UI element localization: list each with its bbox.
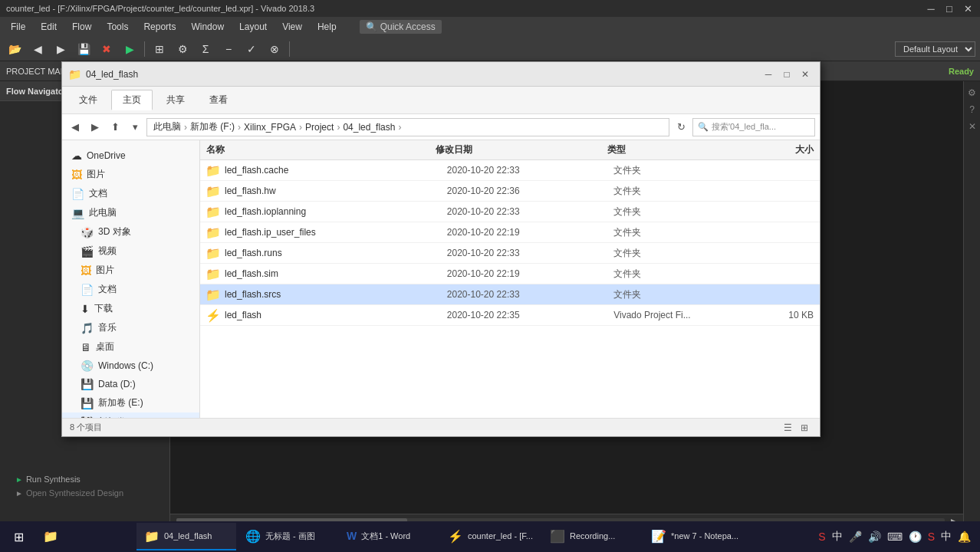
fe-up-btn[interactable]: ⬆ [107, 119, 123, 136]
check-button[interactable]: ✓ [242, 40, 261, 58]
menu-file[interactable]: File [3, 17, 33, 37]
minimize-button[interactable]: ─ [925, 2, 937, 15]
path-computer[interactable]: 此电脑 [152, 120, 183, 133]
right-panel-settings-icon[interactable]: ⚙ [965, 84, 979, 101]
fe-sidebar-onedrive[interactable]: ☁ OneDrive [62, 146, 199, 165]
fe-sidebar-f[interactable]: 💾 新加卷 (F:) [62, 412, 199, 418]
systray-s2-icon[interactable]: S [928, 531, 935, 543]
taskbar-item-word[interactable]: W 文档1 - Word [339, 523, 439, 550]
fe-ribbon-view[interactable]: 查看 [199, 90, 238, 110]
systray-keyboard-icon[interactable]: ⌨ [887, 531, 903, 543]
menu-layout[interactable]: Layout [232, 17, 275, 37]
file-row[interactable]: 📁led_flash.sim2020-10-20 22:19文件夹 [200, 264, 820, 284]
path-drive[interactable]: 新加卷 (F:) [189, 120, 236, 133]
taskbar-item-recording[interactable]: ⬛ Recording... [542, 523, 642, 550]
systray-mic-icon[interactable]: 🎤 [849, 531, 862, 543]
fe-dropdown-btn[interactable]: ▾ [127, 119, 143, 136]
fe-forward-btn[interactable]: ▶ [87, 119, 104, 136]
fe-minimize-btn[interactable]: ─ [760, 66, 777, 83]
path-xilinx[interactable]: Xilinx_FPGA [242, 122, 298, 133]
save-button[interactable]: 💾 [74, 40, 94, 58]
menu-window[interactable]: Window [183, 17, 232, 37]
open-button[interactable]: 📂 [5, 40, 25, 58]
file-row[interactable]: 📁led_flash.runs2020-10-20 22:33文件夹 [200, 243, 820, 264]
right-panel-close-icon[interactable]: ✕ [965, 118, 979, 135]
fe-sidebar-pictures2[interactable]: 🖼 图片 [62, 261, 199, 280]
fe-sidebar-pictures[interactable]: 🖼 图片 [62, 165, 199, 184]
taskbar-item-vivado[interactable]: ⚡ counter_led - [F... [440, 523, 541, 550]
systray-cn-icon[interactable]: 中 [832, 530, 843, 544]
fe-sidebar-music[interactable]: 🎵 音乐 [62, 318, 199, 337]
file-row[interactable]: 📁led_flash.ip_user_files2020-10-20 22:19… [200, 222, 820, 243]
menu-help[interactable]: Help [310, 17, 344, 37]
file-row[interactable]: ⚡led_flash2020-10-20 22:35Vivado Project… [200, 305, 820, 326]
forward-button[interactable]: ▶ [51, 40, 71, 58]
fe-sidebar-documents[interactable]: 📄 文档 [62, 184, 199, 203]
path-project[interactable]: Project [304, 122, 335, 133]
route-button[interactable]: ⊗ [265, 40, 284, 58]
fe-item-count: 8 个项目 [70, 422, 102, 433]
flow-run-synthesis[interactable]: ► Run Synthesis [0, 472, 169, 486]
taskbar-item-explorer[interactable]: 📁 [35, 523, 135, 550]
fe-refresh-btn[interactable]: ↻ [673, 119, 689, 136]
synth-button[interactable]: ⊞ [150, 40, 169, 58]
notification-icon[interactable]: 🔔 [958, 531, 971, 543]
fe-search-box[interactable]: 🔍 搜索'04_led_fla... [692, 118, 815, 136]
taskbar-item-notepad[interactable]: 📝 *new 7 - Notepa... [643, 523, 746, 550]
fe-sidebar-documents2[interactable]: 📄 文档 [62, 280, 199, 299]
col-type[interactable]: 类型 [607, 143, 722, 156]
fe-sidebar-desktop[interactable]: 🖥 桌面 [62, 337, 199, 356]
fe-sidebar-computer[interactable]: 💻 此电脑 [62, 203, 199, 222]
fe-list-view-btn[interactable]: ☰ [780, 421, 795, 435]
fe-sidebar-video[interactable]: 🎬 视频 [62, 242, 199, 261]
fe-back-btn[interactable]: ◀ [67, 119, 84, 136]
col-size[interactable]: 大小 [722, 143, 814, 156]
quick-access[interactable]: 🔍 Quick Access [360, 20, 442, 34]
menu-view[interactable]: View [275, 17, 310, 37]
path-folder[interactable]: 04_led_flash [341, 122, 396, 133]
systray-lang-icon[interactable]: 中 [941, 530, 952, 544]
fe-content: ☁ OneDrive 🖼 图片 📄 文档 💻 此电脑 🎲 3D 对象 🎬 [62, 140, 820, 418]
fe-sidebar-3d[interactable]: 🎲 3D 对象 [62, 222, 199, 242]
minus-button[interactable]: − [219, 40, 238, 58]
fe-sidebar-d[interactable]: 💾 Data (D:) [62, 375, 199, 393]
fe-close-btn[interactable]: ✕ [797, 66, 814, 83]
fe-ribbon-file[interactable]: 文件 [68, 90, 108, 110]
file-row[interactable]: 📁led_flash.srcs2020-10-20 22:33文件夹 [200, 284, 820, 305]
fe-grid-view-btn[interactable]: ⊞ [797, 421, 812, 435]
taskbar-start[interactable]: ⊞ [3, 523, 34, 550]
fe-sidebar-c[interactable]: 💿 Windows (C:) [62, 356, 199, 375]
sum-button[interactable]: Σ [196, 40, 215, 58]
menu-edit[interactable]: Edit [33, 17, 64, 37]
taskbar-item-paint[interactable]: 🌐 无标题 - 画图 [238, 523, 337, 550]
run-button[interactable]: ▶ [120, 40, 140, 58]
fe-maximize-btn[interactable]: □ [778, 66, 795, 83]
stop-button[interactable]: ✖ [97, 40, 117, 58]
back-button[interactable]: ◀ [28, 40, 48, 58]
fe-ribbon-share[interactable]: 共享 [156, 90, 196, 110]
layout-select[interactable]: Default Layout [895, 41, 975, 57]
col-date[interactable]: 修改日期 [436, 143, 607, 156]
maximize-button[interactable]: □ [943, 2, 955, 15]
taskbar-item-04flash[interactable]: 📁 04_led_flash [136, 523, 236, 550]
col-name[interactable]: 名称 [206, 143, 436, 156]
address-path[interactable]: 此电脑 › 新加卷 (F:) › Xilinx_FPGA › Project ›… [146, 118, 669, 136]
close-button[interactable]: ✕ [962, 2, 974, 15]
fe-ribbon-home[interactable]: 主页 [111, 90, 153, 110]
menu-flow[interactable]: Flow [64, 17, 99, 37]
impl-button[interactable]: ⚙ [173, 40, 192, 58]
file-row[interactable]: 📁led_flash.ioplanning2020-10-20 22:33文件夹 [200, 202, 820, 222]
fe-sidebar-downloads[interactable]: ⬇ 下载 [62, 299, 199, 318]
right-panel-help-icon[interactable]: ? [966, 101, 978, 118]
menu-reports[interactable]: Reports [136, 17, 183, 37]
systray-clock-icon[interactable]: 🕐 [909, 531, 922, 543]
fe-sidebar-e[interactable]: 💾 新加卷 (E:) [62, 393, 199, 412]
menu-tools[interactable]: Tools [99, 17, 136, 37]
flow-open-synthesized[interactable]: ► Open Synthesized Design [0, 486, 169, 500]
systray-speaker-icon[interactable]: 🔊 [868, 531, 881, 543]
fe-list-header: 名称 修改日期 类型 大小 [200, 140, 820, 160]
file-row[interactable]: 📁led_flash.hw2020-10-20 22:36文件夹 [200, 181, 820, 202]
systray-s-icon[interactable]: S [818, 531, 825, 543]
file-row[interactable]: 📁led_flash.cache2020-10-20 22:33文件夹 [200, 160, 820, 181]
toolbar-separator-2 [289, 41, 290, 57]
